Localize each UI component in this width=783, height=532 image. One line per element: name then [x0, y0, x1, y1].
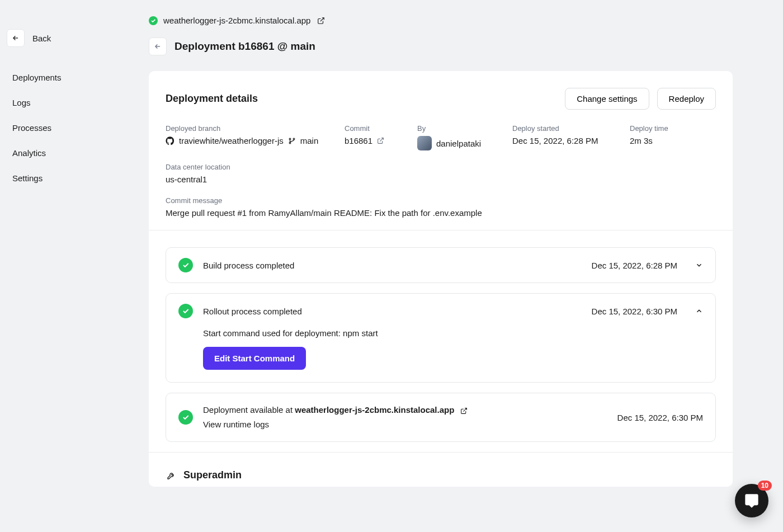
step-rollout-title: Rollout process completed	[203, 307, 582, 316]
page-title: Deployment b16861 @ main	[174, 40, 315, 53]
label-location: Data center location	[166, 163, 716, 171]
rollout-body-text: Start command used for deployment: npm s…	[203, 328, 703, 338]
back-label: Back	[32, 34, 51, 43]
step-deploy-time: Dec 15, 2022, 6:30 PM	[617, 413, 703, 422]
step-deploy: Deployment available at weatherlogger-js…	[166, 393, 716, 442]
check-circle-icon	[178, 410, 193, 425]
step-build-title: Build process completed	[203, 261, 582, 270]
label-message: Commit message	[166, 196, 716, 205]
main-content: weatherlogger-js-2cbmc.kinstalocal.app D…	[149, 0, 783, 487]
external-link-icon[interactable]	[460, 407, 468, 415]
label-started: Deploy started	[512, 124, 630, 133]
step-build-time: Dec 15, 2022, 6:28 PM	[592, 261, 677, 270]
branch-name: main	[300, 136, 319, 145]
sidebar-item-settings[interactable]: Settings	[7, 166, 142, 191]
svg-point-0	[289, 138, 291, 140]
sidebar-item-logs[interactable]: Logs	[7, 90, 142, 115]
status-success-icon	[149, 16, 158, 25]
check-circle-icon	[178, 304, 193, 318]
redeploy-button[interactable]: Redeploy	[657, 88, 716, 110]
step-rollout-time: Dec 15, 2022, 6:30 PM	[592, 307, 677, 316]
label-by: By	[417, 124, 512, 133]
step-build: Build process completed Dec 15, 2022, 6:…	[166, 247, 716, 283]
divider	[149, 230, 733, 230]
avatar	[417, 136, 432, 150]
deploy-prefix: Deployment available at	[203, 405, 295, 415]
sidebar-item-deployments[interactable]: Deployments	[7, 65, 142, 90]
chevron-up-icon[interactable]	[695, 307, 703, 315]
label-time: Deploy time	[630, 124, 716, 133]
svg-point-1	[289, 142, 291, 144]
sidebar-item-analytics[interactable]: Analytics	[7, 140, 142, 166]
repo-link[interactable]: traviewhite/weatherlogger-js	[179, 136, 284, 145]
deployment-card: Deployment details Change settings Redep…	[149, 71, 733, 487]
commit-link[interactable]: b16861	[345, 136, 372, 145]
chat-icon	[744, 493, 760, 509]
chat-launcher[interactable]: 10	[735, 484, 768, 517]
external-link-icon[interactable]	[317, 17, 325, 25]
sidebar: Back Deployments Logs Processes Analytic…	[0, 0, 149, 487]
wrench-icon	[167, 471, 176, 480]
superadmin-title: Superadmin	[183, 469, 242, 481]
divider	[149, 452, 733, 453]
change-settings-button[interactable]: Change settings	[565, 88, 649, 110]
arrow-left-icon	[154, 43, 162, 50]
external-link-icon[interactable]	[377, 137, 384, 144]
arrow-left-icon	[12, 34, 20, 42]
author-name: danielpataki	[436, 139, 481, 148]
edit-start-command-button[interactable]: Edit Start Command	[203, 347, 306, 370]
commit-message: Merge pull request #1 from RamyAllam/mai…	[166, 208, 716, 218]
section-title: Deployment details	[166, 93, 258, 105]
github-icon	[166, 136, 174, 145]
chevron-down-icon[interactable]	[695, 261, 703, 269]
duration-value: 2m 3s	[630, 136, 716, 145]
sidebar-item-processes[interactable]: Processes	[7, 115, 142, 140]
svg-point-2	[293, 138, 295, 140]
deploy-url-link[interactable]: weatherlogger-js-2cbmc.kinstalocal.app	[295, 405, 454, 415]
step-rollout: Rollout process completed Dec 15, 2022, …	[166, 293, 716, 383]
started-value: Dec 15, 2022, 6:28 PM	[512, 136, 630, 145]
title-back-button[interactable]	[149, 37, 167, 55]
app-url-link[interactable]: weatherlogger-js-2cbmc.kinstalocal.app	[163, 16, 310, 25]
label-commit: Commit	[345, 124, 417, 133]
git-branch-icon	[288, 137, 296, 145]
location-value: us-central1	[166, 175, 716, 184]
view-runtime-logs-link[interactable]: View runtime logs	[203, 418, 607, 431]
chat-badge: 10	[758, 481, 772, 491]
label-branch: Deployed branch	[166, 124, 345, 133]
back-button[interactable]	[7, 29, 25, 47]
check-circle-icon	[178, 258, 193, 272]
